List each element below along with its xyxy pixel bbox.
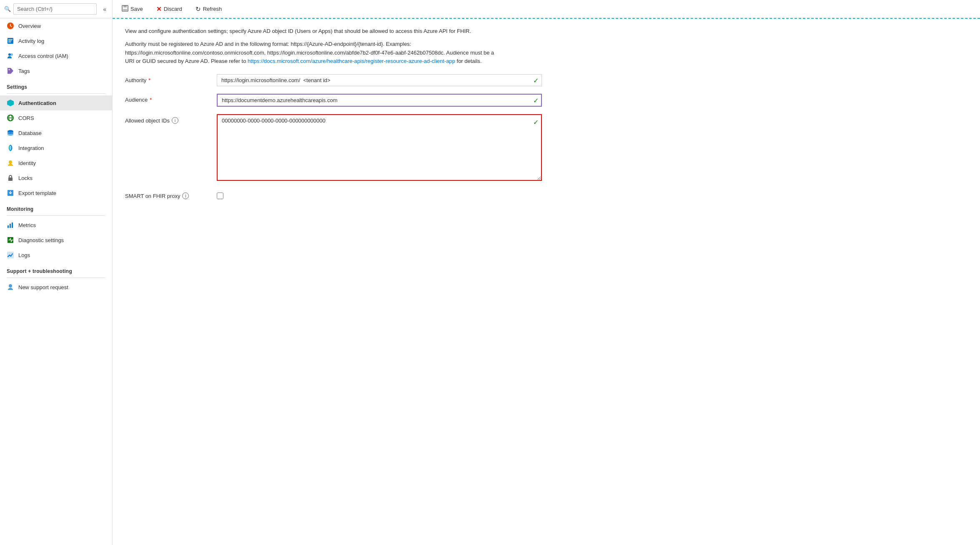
cors-icon	[7, 114, 14, 122]
settings-divider	[7, 93, 105, 94]
nav-metrics[interactable]: Metrics	[0, 218, 112, 232]
monitoring-section-label: Monitoring	[0, 200, 112, 214]
nav-overview[interactable]: Overview	[0, 18, 112, 33]
discard-icon: ✕	[156, 5, 162, 13]
authentication-icon	[7, 99, 14, 107]
svg-marker-9	[7, 100, 14, 106]
nav-label-export-template: Export template	[18, 190, 56, 196]
diagnostic-settings-icon	[7, 236, 14, 244]
audience-label: Audience *	[125, 94, 217, 103]
allowed-object-ids-info-icon[interactable]: i	[172, 117, 178, 124]
main-content: Save ✕ Discard ↻ Refresh View and config…	[113, 0, 980, 545]
nav-identity[interactable]: Identity	[0, 155, 112, 170]
integration-icon	[7, 144, 14, 152]
save-button[interactable]: Save	[119, 3, 145, 15]
authority-label: Authority *	[125, 74, 217, 83]
authority-required: *	[148, 77, 150, 83]
nav-logs[interactable]: Logs	[0, 248, 112, 262]
svg-point-8	[9, 69, 10, 70]
nav-label-overview: Overview	[18, 23, 41, 29]
docs-link[interactable]: https://docs.microsoft.com/azure/healthc…	[248, 58, 455, 64]
allowed-object-ids-wrapper: 00000000-0000-0000-0000-000000000000 ✓	[217, 114, 542, 182]
content-area: View and configure authentication settin…	[113, 19, 980, 545]
nav-activity-log[interactable]: Activity log	[0, 33, 112, 48]
nav-label-locks: Locks	[18, 175, 33, 181]
settings-section-label: Settings	[0, 78, 112, 92]
allowed-object-ids-textarea[interactable]: 00000000-0000-0000-0000-000000000000	[217, 114, 542, 181]
svg-rect-2	[8, 39, 13, 40]
nav-label-identity: Identity	[18, 160, 36, 166]
tags-icon	[7, 67, 14, 75]
support-divider	[7, 278, 105, 278]
audience-check-icon: ✓	[533, 96, 539, 104]
nav-new-support-request[interactable]: New support request	[0, 280, 112, 295]
refresh-button[interactable]: ↻ Refresh	[193, 4, 225, 15]
nav-label-authentication: Authentication	[18, 100, 56, 106]
identity-icon	[7, 159, 14, 167]
allowed-object-ids-check-icon: ✓	[533, 118, 539, 126]
audience-input[interactable]	[217, 94, 542, 107]
allowed-object-ids-label: Allowed object IDs i	[125, 114, 217, 124]
sidebar: 🔍 « Overview Activity log Access control…	[0, 0, 113, 545]
nav-label-activity-log: Activity log	[18, 38, 44, 44]
authority-input[interactable]	[217, 74, 542, 86]
authority-check-icon: ✓	[533, 76, 539, 84]
smart-on-fhir-label: SMART on FHIR proxy i	[125, 190, 217, 199]
nav-label-logs: Logs	[18, 252, 30, 258]
svg-point-23	[9, 284, 12, 288]
svg-point-6	[10, 53, 13, 56]
nav-label-tags: Tags	[18, 68, 30, 74]
nav-diagnostic-settings[interactable]: Diagnostic settings	[0, 232, 112, 248]
allowed-object-ids-row: Allowed object IDs i 00000000-0000-0000-…	[125, 114, 967, 182]
nav-label-metrics: Metrics	[18, 222, 36, 228]
access-control-icon	[7, 52, 14, 60]
nav-locks[interactable]: Locks	[0, 170, 112, 185]
discard-label: Discard	[164, 6, 182, 12]
toolbar: Save ✕ Discard ↻ Refresh	[113, 0, 980, 19]
smart-on-fhir-checkbox-wrapper	[217, 190, 223, 199]
nav-label-access-control: Access control (IAM)	[18, 53, 68, 59]
nav-cors[interactable]: CORS	[0, 110, 112, 125]
svg-rect-26	[123, 9, 127, 11]
search-bar: 🔍 «	[0, 0, 112, 18]
discard-button[interactable]: ✕ Discard	[154, 4, 185, 15]
save-label: Save	[130, 6, 143, 12]
svg-rect-3	[8, 40, 12, 41]
nav-export-template[interactable]: Export template	[0, 185, 112, 200]
authority-input-wrapper: ✓	[217, 74, 542, 86]
svg-rect-20	[12, 222, 13, 228]
nav-database[interactable]: Database	[0, 125, 112, 140]
locks-icon	[7, 174, 14, 182]
audience-row: Audience * ✓	[125, 94, 967, 107]
search-input[interactable]	[13, 3, 97, 15]
audience-input-wrapper: ✓	[217, 94, 542, 107]
database-icon	[7, 129, 14, 137]
smart-on-fhir-info-icon[interactable]: i	[182, 192, 189, 199]
nav-label-cors: CORS	[18, 115, 34, 121]
svg-rect-25	[123, 5, 127, 8]
refresh-icon: ↻	[195, 5, 201, 13]
nav-tags[interactable]: Tags	[0, 63, 112, 78]
nav-label-database: Database	[18, 130, 42, 136]
description-2-after: for details.	[457, 58, 482, 64]
svg-marker-7	[8, 68, 13, 74]
collapse-button[interactable]: «	[101, 5, 108, 13]
svg-rect-22	[7, 252, 14, 258]
nav-access-control[interactable]: Access control (IAM)	[0, 48, 112, 63]
nav-authentication[interactable]: Authentication	[0, 95, 112, 110]
svg-rect-18	[8, 225, 9, 228]
svg-rect-19	[10, 224, 11, 228]
nav-label-integration: Integration	[18, 145, 44, 151]
nav-label-diagnostic-settings: Diagnostic settings	[18, 237, 64, 243]
activity-log-icon	[7, 37, 14, 45]
support-section-label: Support + troubleshooting	[0, 262, 112, 276]
logs-icon	[7, 251, 14, 259]
monitoring-divider	[7, 215, 105, 216]
nav-integration[interactable]: Integration	[0, 140, 112, 155]
overview-icon	[7, 22, 14, 30]
svg-rect-4	[8, 42, 11, 42]
description-1: View and configure authentication settin…	[125, 27, 500, 36]
smart-on-fhir-row: SMART on FHIR proxy i	[125, 190, 967, 199]
smart-on-fhir-checkbox[interactable]	[217, 192, 223, 199]
authority-row: Authority * ✓	[125, 74, 967, 86]
